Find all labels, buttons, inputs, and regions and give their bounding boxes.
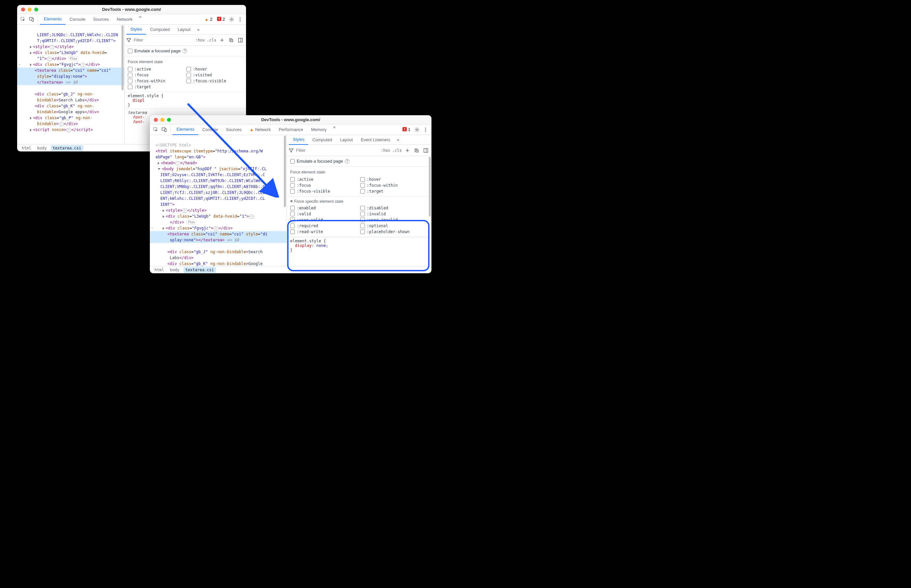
stab-layout[interactable]: Layout [336, 135, 357, 145]
inspect-icon[interactable] [152, 126, 160, 134]
state-focus-visible[interactable]: :focus-visible [186, 78, 243, 84]
tab-console[interactable]: Console [66, 14, 89, 25]
state-active[interactable]: :active [128, 66, 184, 72]
state-invalid[interactable]: :invalid [360, 211, 429, 217]
breadcrumb[interactable]: html body textarea.csi [150, 266, 432, 273]
hov-toggle[interactable]: :hov [381, 148, 390, 153]
element-style-rule[interactable]: element.style { display: none; } [287, 237, 432, 254]
more-tabs-icon[interactable]: » [136, 14, 144, 25]
force-specific-disclose[interactable]: Force specific element state [290, 199, 428, 204]
copy-styles-icon[interactable] [413, 147, 420, 154]
close-button[interactable] [154, 118, 158, 122]
state-focus[interactable]: :focus [128, 72, 184, 78]
tab-sources[interactable]: Sources [89, 14, 113, 25]
filter-input[interactable] [133, 37, 153, 43]
styles-scrollbar[interactable] [429, 157, 431, 265]
filter-input[interactable] [295, 147, 335, 153]
close-button[interactable] [21, 8, 25, 11]
crumb-html[interactable]: html [152, 267, 166, 273]
state-focus-visible[interactable]: :focus-visible [290, 188, 358, 194]
help-icon[interactable]: ? [345, 159, 350, 164]
state-user-invalid[interactable]: :user-invalid [360, 217, 429, 223]
minimize-button[interactable] [28, 8, 32, 11]
emulate-focused-checkbox[interactable]: Emulate a focused page ? [290, 158, 428, 164]
dom-tree[interactable]: LIENT;JL9QDc:.CLIENT;kWlxhc:.CLIEN T;qGM… [17, 25, 124, 144]
tab-sources[interactable]: Sources [222, 124, 246, 135]
state-focus-within[interactable]: :focus-within [360, 183, 429, 188]
dom-tree[interactable]: <!DOCTYPE html> <html itemscope itemtype… [150, 135, 286, 266]
state-required[interactable]: :required [290, 223, 358, 229]
state-target[interactable]: :target [360, 188, 429, 194]
help-icon[interactable]: ? [183, 49, 187, 53]
devtools-window-2: DevTools - www.google.com/ Elements Cons… [150, 115, 432, 273]
state-target[interactable]: :target [128, 84, 184, 90]
crumb-body[interactable]: body [35, 145, 49, 151]
stab-layout[interactable]: Layout [173, 25, 194, 35]
state-hover[interactable]: :hover [360, 176, 429, 183]
state-focus-within[interactable]: :focus-within [128, 78, 184, 84]
filter-input-wrap[interactable] [126, 37, 193, 43]
state-user-valid[interactable]: :user-valid [290, 217, 358, 223]
inspect-icon[interactable] [19, 16, 27, 23]
state-read-write[interactable]: :read-write [290, 229, 358, 235]
state-hover[interactable]: :hover [186, 66, 243, 72]
error-count: 1 [408, 127, 410, 132]
minimize-button[interactable] [160, 118, 164, 122]
crumb-textarea[interactable]: textarea.csi [51, 145, 83, 151]
element-style-rule[interactable]: element.style { displ } [125, 92, 246, 109]
emulate-focused-checkbox[interactable]: Emulate a focused page ? [128, 48, 243, 54]
tab-network[interactable]: ▲Network [246, 124, 275, 135]
tab-network[interactable]: Network [113, 14, 137, 25]
crumb-body[interactable]: body [168, 267, 181, 273]
state-visited[interactable]: :visited [186, 72, 243, 78]
hov-toggle[interactable]: :hov [195, 38, 205, 42]
main-panel-tabs: Elements Console Sources ▲Network Perfor… [173, 124, 338, 135]
filter-input-wrap[interactable] [289, 147, 379, 153]
zoom-button[interactable] [34, 8, 38, 11]
cls-toggle[interactable]: .cls [207, 38, 217, 42]
crumb-html[interactable]: html [20, 145, 33, 151]
tab-elements[interactable]: Elements [173, 124, 198, 135]
stab-styles[interactable]: Styles [289, 135, 308, 145]
new-rule-icon[interactable] [218, 37, 226, 44]
tab-console[interactable]: Console [198, 124, 222, 135]
settings-icon[interactable] [228, 16, 236, 23]
more-options-icon[interactable] [236, 16, 244, 23]
device-mode-icon[interactable] [160, 126, 168, 134]
state-active[interactable]: :active [290, 176, 358, 183]
errors-badge[interactable]: 1 [401, 127, 413, 132]
crumb-textarea[interactable]: textarea.csi [183, 267, 216, 273]
stab-computed[interactable]: Computed [146, 25, 173, 35]
dom-scrollbar[interactable] [121, 25, 123, 144]
device-mode-icon[interactable] [28, 16, 36, 23]
stabs-more-icon[interactable]: » [194, 27, 202, 32]
zoom-button[interactable] [167, 118, 171, 122]
errors-badge[interactable]: 2 [215, 17, 227, 22]
svg-rect-15 [404, 128, 405, 129]
tab-memory[interactable]: Memory [307, 124, 331, 135]
stab-event-listeners[interactable]: Event Listeners [357, 135, 394, 145]
computed-toggle-icon[interactable] [422, 147, 429, 154]
svg-rect-5 [219, 19, 219, 20]
warnings-badge[interactable]: ▲ 2 [202, 17, 214, 22]
settings-icon[interactable] [413, 126, 421, 134]
stab-styles[interactable]: Styles [126, 25, 146, 35]
state-valid[interactable]: :valid [290, 211, 358, 217]
more-tabs-icon[interactable]: » [331, 124, 338, 135]
cls-toggle[interactable]: .cls [392, 148, 402, 153]
state-placeholder-shown[interactable]: :placeholder-shown [360, 229, 429, 235]
stabs-more-icon[interactable]: » [394, 137, 402, 142]
state-disabled[interactable]: :disabled [360, 205, 429, 211]
dom-scrollbar[interactable] [284, 136, 286, 265]
copy-styles-icon[interactable] [228, 37, 235, 44]
computed-toggle-icon[interactable] [237, 37, 244, 44]
new-rule-icon[interactable] [404, 147, 411, 154]
tab-elements[interactable]: Elements [40, 14, 66, 25]
stab-computed[interactable]: Computed [308, 135, 336, 145]
tab-performance[interactable]: Performance [275, 124, 307, 135]
state-optional[interactable]: :optional [360, 223, 429, 229]
state-enabled[interactable]: :enabled [290, 205, 358, 211]
svg-point-6 [231, 18, 233, 20]
more-options-icon[interactable] [422, 126, 429, 134]
state-focus[interactable]: :focus [290, 183, 358, 188]
